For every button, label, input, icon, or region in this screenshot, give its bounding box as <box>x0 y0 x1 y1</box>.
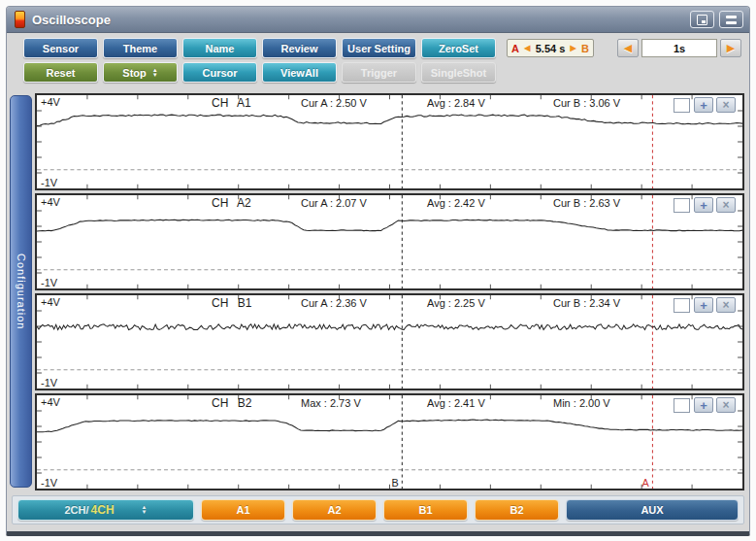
measurement-cur-b: Cur B : 2.34 V <box>553 297 620 309</box>
bottom-voltage-label: -1V <box>41 277 57 288</box>
triangle-right-icon: ▶ <box>727 42 735 54</box>
bottom-voltage-label: -1V <box>41 377 57 389</box>
zoom-channel-button[interactable]: + <box>694 297 713 313</box>
waveform-b1 <box>37 295 742 389</box>
main-area: Configuration +4V CH A1 Cur A : 2.50 V A… <box>9 93 744 491</box>
review-button[interactable]: Review <box>262 38 337 58</box>
user-setting-button[interactable]: User Setting <box>342 38 416 58</box>
channel-select-checkbox[interactable] <box>674 198 690 213</box>
close-channel-button[interactable]: × <box>716 297 736 313</box>
waveform-a2 <box>37 195 742 288</box>
waveform-b2: BA <box>37 395 742 489</box>
mode-2ch-label: 2CH/ <box>64 504 88 516</box>
waveform-a1 <box>37 95 742 188</box>
channel-select-checkbox[interactable] <box>674 398 690 413</box>
close-channel-button[interactable]: × <box>716 397 736 413</box>
measurement-avg: Avg : 2.42 V <box>427 197 485 209</box>
monitor-icon <box>697 15 707 25</box>
channel-panels: +4V CH A1 Cur A : 2.50 V Avg : 2.84 V Cu… <box>35 93 744 490</box>
top-voltage-label: +4V <box>41 96 60 108</box>
mode-4ch-label: 4CH <box>91 503 115 517</box>
reset-button[interactable]: Reset <box>23 62 98 83</box>
viewall-button[interactable]: ViewAll <box>262 62 337 83</box>
app-icon <box>15 11 25 28</box>
channel-name: CH B2 <box>212 396 251 410</box>
timebase-increase-button[interactable]: ▶ <box>720 39 741 57</box>
close-channel-button[interactable]: × <box>716 197 736 213</box>
zeroset-button[interactable]: ZeroSet <box>421 38 496 58</box>
measurement-min: Min : 2.00 V <box>553 397 610 409</box>
channel-a1-button[interactable]: A1 <box>201 499 285 521</box>
zoom-channel-button[interactable]: + <box>694 397 713 413</box>
stop-button[interactable]: Stop ▲▼ <box>103 62 178 83</box>
up-down-spinner-icon: ▲▼ <box>152 68 158 78</box>
channel-panel-a1: +4V CH A1 Cur A : 2.50 V Avg : 2.84 V Cu… <box>35 93 744 190</box>
channel-name: CH A2 <box>212 196 251 210</box>
top-voltage-label: +4V <box>41 396 60 408</box>
channel-select-checkbox[interactable] <box>674 98 690 113</box>
measurement-avg: Avg : 2.41 V <box>427 397 485 409</box>
trigger-button: Trigger <box>342 62 416 83</box>
aux-button[interactable]: AUX <box>566 499 739 521</box>
measurement-avg: Avg : 2.25 V <box>427 297 485 309</box>
channel-select-checkbox[interactable] <box>674 298 690 313</box>
sensor-button[interactable]: Sensor <box>23 38 98 58</box>
channel-name: CH A1 <box>212 96 251 110</box>
name-button[interactable]: Name <box>182 38 257 58</box>
zoom-channel-button[interactable]: + <box>694 197 713 213</box>
bottom-voltage-label: -1V <box>41 477 57 489</box>
channel-panel-a2: +4V CH A2 Cur A : 2.07 V Avg : 2.42 V Cu… <box>35 193 744 290</box>
toolbar-row-1: Sensor Theme Name Review User Setting Ze… <box>23 38 749 58</box>
toolbar-row-2: Reset Stop ▲▼ Cursor ViewAll Trigger Sin… <box>23 62 749 83</box>
timebase-decrease-button[interactable]: ◀ <box>617 39 639 57</box>
toolbar: Sensor Theme Name Review User Setting Ze… <box>7 33 749 91</box>
up-down-spinner-icon: ▲▼ <box>142 505 148 515</box>
channel-panel-b2: BA +4V CH B2 Max : 2.73 V Avg : 2.41 V M… <box>35 393 744 490</box>
bottom-voltage-label: -1V <box>41 177 57 188</box>
svg-text:B: B <box>391 477 398 489</box>
bottom-bar: 2CH/ 4CH ▲▼ A1 A2 B1 B2 AUX <box>12 495 744 524</box>
window-title: Oscilloscope <box>32 13 685 27</box>
title-bar: Oscilloscope <box>7 7 749 33</box>
top-voltage-label: +4V <box>41 296 60 308</box>
zoom-channel-button[interactable]: + <box>694 97 713 113</box>
display-mode-button[interactable] <box>690 11 714 28</box>
configuration-tab[interactable]: Configuration <box>10 95 32 488</box>
measurement-cur-b: Cur B : 2.63 V <box>553 197 620 209</box>
singleshot-button: SingleShot <box>421 62 496 83</box>
svg-text:A: A <box>642 477 650 489</box>
oscilloscope-window: Oscilloscope Sensor Theme Name Review Us… <box>6 6 750 536</box>
cursor-a-label: A <box>511 43 519 54</box>
layout-button[interactable] <box>719 11 743 28</box>
cursor-button[interactable]: Cursor <box>182 62 257 83</box>
triangle-right-icon: ▶ <box>571 44 576 52</box>
timebase-field[interactable]: 1s <box>641 39 717 57</box>
measurement-avg: Avg : 2.84 V <box>427 97 485 109</box>
channel-a2-button[interactable]: A2 <box>292 499 377 521</box>
channel-b2-button[interactable]: B2 <box>475 499 559 521</box>
theme-button[interactable]: Theme <box>103 38 178 58</box>
channel-b1-button[interactable]: B1 <box>383 499 468 521</box>
triangle-left-icon: ◀ <box>624 42 632 54</box>
stacked-bars-icon <box>726 16 737 24</box>
ab-time-value: 5.54 s <box>536 43 566 54</box>
measurement-cur-a: Cur A : 2.07 V <box>301 197 367 209</box>
channel-panel-b1: +4V CH B1 Cur A : 2.36 V Avg : 2.25 V Cu… <box>35 293 744 390</box>
channel-name: CH B1 <box>212 296 251 310</box>
triangle-left-icon: ◀ <box>524 44 530 52</box>
measurement-max: Max : 2.73 V <box>301 397 361 409</box>
top-voltage-label: +4V <box>41 196 60 208</box>
measurement-cur-b: Cur B : 3.06 V <box>553 97 620 109</box>
ab-time-display: A ◀ 5.54 s ▶ B <box>507 39 594 57</box>
close-channel-button[interactable]: × <box>716 97 736 113</box>
measurement-cur-a: Cur A : 2.50 V <box>301 97 367 109</box>
stop-label: Stop <box>122 67 146 79</box>
timebase-control: ◀ 1s ▶ <box>617 39 741 57</box>
channel-mode-selector[interactable]: 2CH/ 4CH ▲▼ <box>17 499 194 521</box>
cursor-b-label: B <box>581 43 589 54</box>
measurement-cur-a: Cur A : 2.36 V <box>301 297 367 309</box>
